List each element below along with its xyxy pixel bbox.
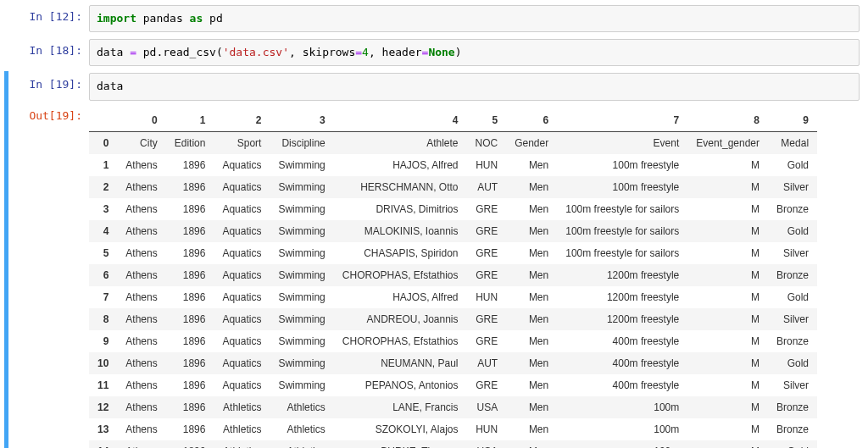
- table-cell: BURKE, Thomas: [334, 440, 467, 448]
- table-cell: Bronze: [768, 418, 817, 440]
- row-index: 3: [89, 198, 117, 220]
- table-cell: 100m freestyle for sailors: [557, 198, 687, 220]
- table-cell: M: [687, 352, 768, 374]
- table-header: 0123456789: [89, 109, 817, 132]
- table-cell: Gold: [768, 154, 817, 176]
- table-cell: Athletics: [270, 440, 333, 448]
- table-cell: HAJOS, Alfred: [334, 286, 467, 308]
- input-prompt: In [18]:: [8, 39, 89, 57]
- table-cell: M: [687, 198, 768, 220]
- table-row: 5Athens1896AquaticsSwimmingCHASAPIS, Spi…: [89, 242, 817, 264]
- table-cell: Swimming: [270, 308, 333, 330]
- table-cell: Athens: [117, 264, 165, 286]
- table-cell: M: [687, 418, 768, 440]
- table-cell: Men: [506, 352, 557, 374]
- table-cell: Aquatics: [214, 154, 270, 176]
- table-row: 2Athens1896AquaticsSwimmingHERSCHMANN, O…: [89, 176, 817, 198]
- output-area: 0123456789 0CityEditionSportDisciplineAt…: [89, 104, 860, 448]
- table-cell: SZOKOLYI, Alajos: [334, 418, 467, 440]
- table-cell: Bronze: [768, 264, 817, 286]
- table-cell: M: [687, 154, 768, 176]
- code-input[interactable]: data = pd.read_csv('data.csv', skiprows=…: [89, 39, 860, 66]
- table-cell: Event_gender: [687, 131, 768, 154]
- table-row: 14Athens1896AthleticsAthleticsBURKE, Tho…: [89, 440, 817, 448]
- table-cell: 1896: [166, 374, 214, 396]
- table-cell: Swimming: [270, 176, 333, 198]
- table-cell: 1896: [166, 220, 214, 242]
- table-cell: CHOROPHAS, Efstathios: [334, 330, 467, 352]
- table-cell: Aquatics: [214, 242, 270, 264]
- output-prompt: Out[19]:: [8, 104, 89, 122]
- row-index: 0: [89, 131, 117, 154]
- table-cell: Athens: [117, 176, 165, 198]
- table-row: 10Athens1896AquaticsSwimmingNEUMANN, Pau…: [89, 352, 817, 374]
- row-index: 12: [89, 396, 117, 418]
- table-cell: HAJOS, Alfred: [334, 154, 467, 176]
- table-cell: LANE, Francis: [334, 396, 467, 418]
- code-cell[interactable]: In [18]: data = pd.read_csv('data.csv', …: [8, 37, 860, 68]
- table-row: 4Athens1896AquaticsSwimmingMALOKINIS, Io…: [89, 220, 817, 242]
- table-cell: Athens: [117, 308, 165, 330]
- table-cell: Men: [506, 220, 557, 242]
- table-cell: Aquatics: [214, 374, 270, 396]
- row-index: 7: [89, 286, 117, 308]
- row-index: 1: [89, 154, 117, 176]
- notebook: In [12]: import pandas as pd In [18]: da…: [0, 3, 868, 448]
- table-cell: 100m freestyle: [557, 176, 687, 198]
- code-input[interactable]: import pandas as pd: [89, 5, 860, 32]
- table-cell: GRE: [467, 242, 507, 264]
- code-cell-selected[interactable]: In [19]: data Out[19]: 0123456789 0CityE…: [4, 71, 860, 448]
- table-cell: 100m: [557, 396, 687, 418]
- table-cell: Aquatics: [214, 308, 270, 330]
- table-cell: 400m freestyle: [557, 352, 687, 374]
- table-cell: 1200m freestyle: [557, 264, 687, 286]
- table-row: 1Athens1896AquaticsSwimmingHAJOS, Alfred…: [89, 154, 817, 176]
- table-cell: CHOROPHAS, Efstathios: [334, 264, 467, 286]
- table-cell: 100m: [557, 418, 687, 440]
- table-cell: NEUMANN, Paul: [334, 352, 467, 374]
- table-cell: Men: [506, 154, 557, 176]
- table-cell: Men: [506, 242, 557, 264]
- table-cell: 1896: [166, 176, 214, 198]
- table-cell: 100m freestyle: [557, 154, 687, 176]
- code-cell[interactable]: In [12]: import pandas as pd: [8, 3, 860, 34]
- table-column-header: 1: [166, 109, 214, 132]
- table-cell: 1896: [166, 242, 214, 264]
- input-prompt: In [19]:: [8, 73, 89, 91]
- table-cell: 1896: [166, 286, 214, 308]
- table-cell: HERSCHMANN, Otto: [334, 176, 467, 198]
- table-cell: GRE: [467, 308, 507, 330]
- table-cell: 1896: [166, 396, 214, 418]
- table-cell: Athens: [117, 396, 165, 418]
- table-cell: Aquatics: [214, 286, 270, 308]
- table-cell: Silver: [768, 308, 817, 330]
- table-row: 11Athens1896AquaticsSwimmingPEPANOS, Ant…: [89, 374, 817, 396]
- table-cell: Swimming: [270, 374, 333, 396]
- table-cell: Aquatics: [214, 198, 270, 220]
- table-cell: 1200m freestyle: [557, 286, 687, 308]
- table-cell: HUN: [467, 418, 507, 440]
- table-cell: Athens: [117, 286, 165, 308]
- table-cell: M: [687, 440, 768, 448]
- code-input[interactable]: data: [89, 73, 860, 100]
- table-cell: Athletics: [270, 418, 333, 440]
- table-cell: 1896: [166, 352, 214, 374]
- table-row: 9Athens1896AquaticsSwimmingCHOROPHAS, Ef…: [89, 330, 817, 352]
- table-cell: Swimming: [270, 242, 333, 264]
- table-cell: Swimming: [270, 352, 333, 374]
- table-cell: M: [687, 308, 768, 330]
- table-cell: Discipline: [270, 131, 333, 154]
- table-row: 6Athens1896AquaticsSwimmingCHOROPHAS, Ef…: [89, 264, 817, 286]
- table-cell: USA: [467, 440, 507, 448]
- table-cell: Athens: [117, 198, 165, 220]
- table-cell: Swimming: [270, 154, 333, 176]
- table-cell: Swimming: [270, 330, 333, 352]
- table-cell: 1896: [166, 264, 214, 286]
- table-cell: Aquatics: [214, 176, 270, 198]
- table-cell: Edition: [166, 131, 214, 154]
- table-cell: Athens: [117, 154, 165, 176]
- row-index: 4: [89, 220, 117, 242]
- row-index: 14: [89, 440, 117, 448]
- table-cell: M: [687, 286, 768, 308]
- table-cell: Men: [506, 330, 557, 352]
